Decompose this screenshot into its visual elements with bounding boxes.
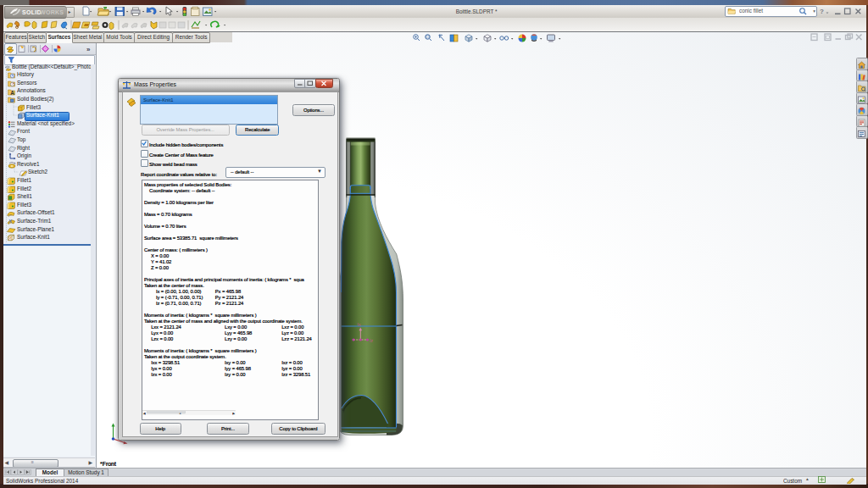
svg-text:A: A: [10, 89, 14, 95]
svg-text:Iz: Iz: [370, 338, 373, 343]
svg-text:?: ?: [820, 8, 824, 15]
svg-text:WORKS: WORKS: [40, 9, 64, 15]
svg-text:Ix: Ix: [358, 322, 361, 327]
svg-text:SOLID: SOLID: [22, 9, 42, 15]
svg-text:»: »: [86, 45, 91, 53]
